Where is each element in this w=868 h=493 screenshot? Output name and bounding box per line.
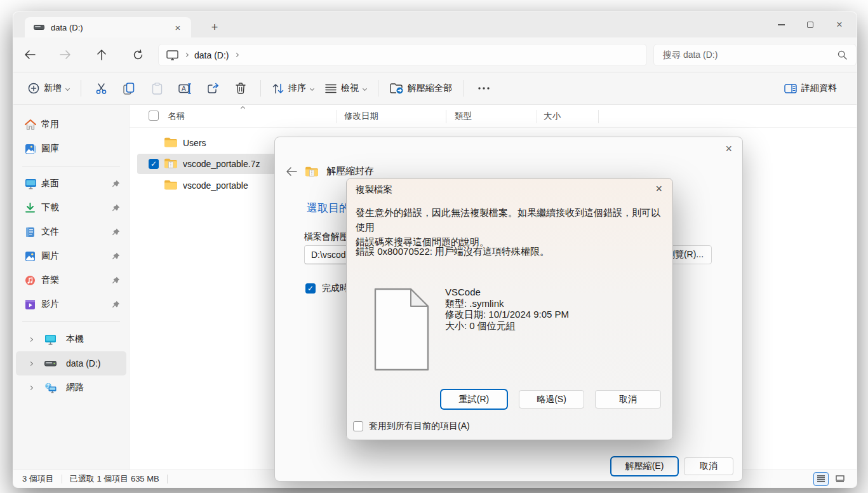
chevron-down-icon bbox=[310, 86, 314, 90]
sort-button[interactable]: 排序 bbox=[267, 76, 319, 100]
cut-button[interactable] bbox=[87, 76, 115, 100]
sidebar-item-label: 常用 bbox=[41, 119, 120, 130]
new-button[interactable]: 新增 bbox=[22, 76, 75, 100]
tab-close-icon[interactable]: × bbox=[171, 20, 185, 34]
items-count: 3 個項目 bbox=[22, 473, 54, 485]
sidebar-item-network[interactable]: 網路 bbox=[16, 375, 126, 400]
sidebar-item-gallery[interactable]: 圖庫 bbox=[16, 137, 126, 161]
sidebar-item-videos[interactable]: 影片 bbox=[16, 292, 126, 316]
column-header-modified[interactable]: 修改日期 bbox=[344, 111, 378, 122]
sidebar-item-music[interactable]: 音樂 bbox=[16, 268, 126, 292]
sidebar-divider bbox=[22, 321, 120, 322]
downloads-icon bbox=[25, 203, 36, 213]
gallery-icon bbox=[25, 144, 36, 154]
show-extracted-checkbox[interactable]: ✓ bbox=[305, 283, 316, 294]
column-header-type[interactable]: 類型 bbox=[455, 111, 472, 122]
column-separator[interactable] bbox=[598, 110, 599, 123]
sidebar-item-documents[interactable]: 文件 bbox=[16, 220, 126, 244]
skip-button[interactable]: 略過(S) bbox=[519, 390, 584, 409]
file-info-block: VSCode 類型: .symlink 修改日期: 10/1/2024 9:05… bbox=[445, 287, 569, 331]
sidebar-item-pictures[interactable]: 圖片 bbox=[16, 244, 126, 268]
extract-cancel-button[interactable]: 取消 bbox=[684, 457, 733, 475]
extract-all-icon bbox=[390, 83, 403, 94]
desktop-icon bbox=[25, 179, 37, 189]
home-icon bbox=[25, 119, 36, 130]
paste-button[interactable] bbox=[143, 76, 171, 100]
share-icon bbox=[207, 83, 219, 94]
close-window-button[interactable]: × bbox=[825, 12, 854, 37]
new-tab-button[interactable]: + bbox=[204, 17, 225, 37]
view-button[interactable]: 檢視 bbox=[319, 76, 372, 100]
breadcrumb-drive[interactable]: data (D:) bbox=[194, 50, 229, 60]
retry-button[interactable]: 重試(R) bbox=[441, 390, 507, 409]
sidebar-item-data-drive[interactable]: data (D:) bbox=[16, 351, 126, 375]
apply-to-all-checkbox[interactable] bbox=[353, 421, 363, 431]
copy-icon bbox=[123, 83, 135, 95]
extract-button[interactable]: 解壓縮(E) bbox=[611, 457, 678, 475]
music-icon bbox=[25, 275, 36, 286]
toolbar-divider bbox=[260, 80, 261, 97]
sidebar-item-home[interactable]: 常用 bbox=[16, 112, 126, 137]
forward-button[interactable] bbox=[53, 43, 78, 66]
details-view-toggle[interactable] bbox=[813, 472, 829, 486]
paste-icon bbox=[152, 83, 163, 95]
more-options-button[interactable] bbox=[470, 76, 498, 100]
more-dots-icon bbox=[478, 87, 490, 90]
dialog-back-icon[interactable] bbox=[286, 167, 297, 176]
file-name: vscode_portable.7z bbox=[183, 159, 260, 169]
apply-to-all-label: 套用到所有目前的項目(A) bbox=[369, 421, 470, 432]
row-checkbox-checked[interactable]: ✓ bbox=[149, 159, 159, 169]
window-controls: × bbox=[766, 12, 854, 37]
column-header-name[interactable]: 名稱 bbox=[168, 111, 185, 122]
maximize-button[interactable] bbox=[796, 12, 825, 37]
back-button[interactable] bbox=[17, 43, 43, 66]
drive-icon bbox=[34, 24, 44, 31]
file-info-type: 類型: .symlink bbox=[445, 298, 569, 309]
trash-icon bbox=[236, 83, 246, 94]
delete-button[interactable] bbox=[227, 76, 255, 100]
file-name: vscode_portable bbox=[183, 180, 248, 191]
column-header-size[interactable]: 大小 bbox=[544, 111, 561, 122]
plus-circle-icon bbox=[28, 83, 39, 94]
folder-icon bbox=[164, 137, 178, 148]
command-toolbar: 新增 A 排序 檢視 bbox=[13, 72, 857, 105]
sidebar-item-this-pc[interactable]: 本機 bbox=[16, 327, 126, 351]
large-icons-view-toggle[interactable] bbox=[832, 472, 848, 486]
breadcrumb-chevron-icon bbox=[184, 53, 189, 57]
sidebar-item-label: 下載 bbox=[41, 202, 103, 213]
up-button[interactable] bbox=[89, 43, 114, 66]
sidebar-item-downloads[interactable]: 下載 bbox=[16, 196, 126, 220]
column-separator[interactable] bbox=[537, 110, 537, 123]
breadcrumb-chevron-icon bbox=[234, 53, 239, 57]
share-button[interactable] bbox=[199, 76, 227, 100]
zip-folder-icon bbox=[164, 158, 178, 169]
copy-button[interactable] bbox=[115, 76, 143, 100]
column-separator[interactable] bbox=[446, 110, 446, 123]
address-bar[interactable]: data (D:) bbox=[158, 44, 647, 66]
sidebar-item-desktop[interactable]: 桌面 bbox=[16, 172, 126, 196]
column-separator[interactable] bbox=[337, 110, 337, 123]
error-cancel-button[interactable]: 取消 bbox=[595, 390, 661, 409]
extract-all-label: 解壓縮全部 bbox=[408, 83, 452, 94]
expand-chevron-icon[interactable] bbox=[25, 386, 36, 389]
extract-all-button[interactable]: 解壓縮全部 bbox=[384, 76, 458, 100]
file-info-modified: 修改日期: 10/1/2024 9:05 PM bbox=[445, 309, 569, 320]
extract-dialog-close-icon[interactable]: × bbox=[725, 142, 732, 156]
tab-data-drive[interactable]: data (D:) × bbox=[25, 17, 191, 37]
refresh-button[interactable] bbox=[125, 43, 150, 66]
rename-button[interactable]: A bbox=[171, 76, 199, 100]
details-pane-button[interactable]: 詳細資料 bbox=[778, 76, 843, 100]
search-box[interactable]: 搜尋 data (D:) bbox=[653, 44, 857, 66]
minimize-button[interactable] bbox=[766, 12, 796, 37]
error-dialog-title: 複製檔案 bbox=[356, 184, 392, 196]
select-all-checkbox[interactable] bbox=[149, 111, 159, 121]
sidebar-item-label: 影片 bbox=[41, 299, 103, 310]
tab-bar: data (D:) × + × bbox=[13, 12, 857, 37]
expand-chevron-icon[interactable] bbox=[25, 338, 36, 341]
pin-icon bbox=[112, 180, 120, 188]
sidebar-item-label: 文件 bbox=[41, 226, 103, 238]
toolbar-divider bbox=[81, 80, 81, 97]
error-dialog-close-icon[interactable]: × bbox=[655, 182, 662, 196]
expand-chevron-icon[interactable] bbox=[25, 362, 36, 365]
up-icon bbox=[97, 50, 106, 60]
